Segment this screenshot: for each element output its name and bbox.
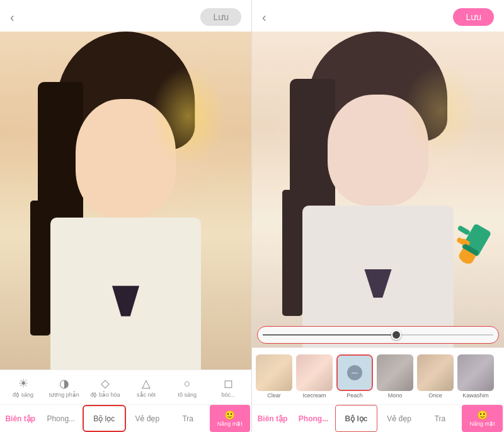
left-header: ‹ Lưu	[0, 0, 251, 32]
brightness-label: độ sáng	[13, 392, 33, 398]
slider-thumb[interactable]	[391, 330, 401, 340]
sharpness-icon: △	[142, 377, 151, 390]
highlight-label: tô sáng	[178, 392, 197, 398]
tool-blur[interactable]: ◻ bóc...	[208, 377, 249, 398]
right-nav-bien-tap[interactable]: Biên tập	[252, 405, 293, 432]
sharpness-label: sắc nét	[137, 392, 156, 398]
tool-highlight[interactable]: ○ tô sáng	[167, 377, 208, 398]
left-save-button[interactable]: Lưu	[200, 8, 241, 26]
filter-clear-label: Clear	[267, 392, 281, 399]
left-phone-screen: ‹ Lưu ☀ độ sáng ◑ tương phản ◇ độ	[0, 0, 252, 432]
smile-icon-right: 🙂	[477, 410, 488, 420]
left-nav-tra[interactable]: Tra	[168, 405, 209, 432]
left-nav-bien-tap[interactable]: Biên tập	[0, 405, 41, 432]
filter-strip: Clear Icecream — Peach Mono	[252, 347, 504, 404]
right-nav-ve-dep[interactable]: Vẻ đẹp	[379, 405, 420, 432]
contrast-label: tương phản	[49, 392, 79, 398]
left-bottom-nav: Biên tập Phong... Bộ lọc Vẻ đẹp Tra 🙂 Nâ…	[0, 404, 251, 432]
right-bottom-nav: Biên tập Phong... Bộ lọc Vẻ đẹp Tra 🙂 Nâ…	[252, 404, 504, 432]
blur-icon: ◻	[224, 377, 233, 390]
left-photo-area	[0, 32, 251, 370]
filter-slider-container	[257, 326, 499, 344]
right-nav-nang-mat[interactable]: 🙂 Nâng mặt	[462, 405, 503, 432]
right-save-button[interactable]: Lưu	[453, 8, 494, 26]
brightness-icon: ☀	[18, 377, 28, 390]
filter-once-label: Once	[428, 392, 442, 399]
filter-item-clear[interactable]: Clear	[256, 354, 292, 399]
right-nav-bo-loc[interactable]: Bộ lọc	[335, 405, 377, 432]
peach-selected-icon: —	[347, 365, 362, 380]
tool-brightness[interactable]: ☀ độ sáng	[3, 377, 43, 398]
right-nav-phong[interactable]: Phong...	[293, 405, 334, 432]
filter-item-mono[interactable]: Mono	[377, 354, 413, 399]
right-back-button[interactable]: ‹	[262, 10, 266, 25]
left-back-button[interactable]: ‹	[10, 10, 14, 25]
blur-label: bóc...	[221, 392, 235, 398]
tool-sharpness[interactable]: △ sắc nét	[126, 377, 167, 398]
left-nav-phong[interactable]: Phong...	[41, 405, 82, 432]
filter-mono-label: Mono	[388, 392, 403, 399]
saturation-label: độ bảo hòa	[90, 392, 120, 398]
tool-saturation[interactable]: ◇ độ bảo hòa	[84, 377, 125, 398]
svg-rect-1	[457, 225, 471, 236]
tool-contrast[interactable]: ◑ tương phản	[43, 377, 84, 398]
right-photo-area	[252, 32, 504, 347]
right-phone-screen: ‹ Lưu	[252, 0, 504, 432]
filter-peach-label: Peach	[346, 392, 363, 399]
filter-icecream-label: Icecream	[302, 392, 326, 399]
contrast-icon: ◑	[59, 377, 69, 390]
right-header: ‹ Lưu	[252, 0, 504, 32]
left-nav-nang-mat[interactable]: 🙂 Nâng mặt	[210, 405, 251, 432]
left-nav-bo-loc[interactable]: Bộ lọc	[83, 405, 126, 432]
filter-item-icecream[interactable]: Icecream	[296, 354, 333, 399]
left-tools-bar: ☀ độ sáng ◑ tương phản ◇ độ bảo hòa △ sắ…	[0, 370, 251, 404]
filter-slider[interactable]	[257, 326, 499, 344]
highlight-icon: ○	[184, 377, 191, 390]
left-nav-ve-dep[interactable]: Vẻ đẹp	[127, 405, 168, 432]
filter-item-once[interactable]: Once	[417, 354, 454, 399]
smile-icon: 🙂	[224, 410, 235, 420]
right-nav-tra[interactable]: Tra	[420, 405, 461, 432]
filter-item-kawashim[interactable]: Kawashim	[457, 354, 494, 399]
saturation-icon: ◇	[101, 377, 110, 390]
filter-kawashim-label: Kawashim	[462, 392, 489, 399]
filter-item-peach[interactable]: — Peach	[336, 354, 373, 399]
